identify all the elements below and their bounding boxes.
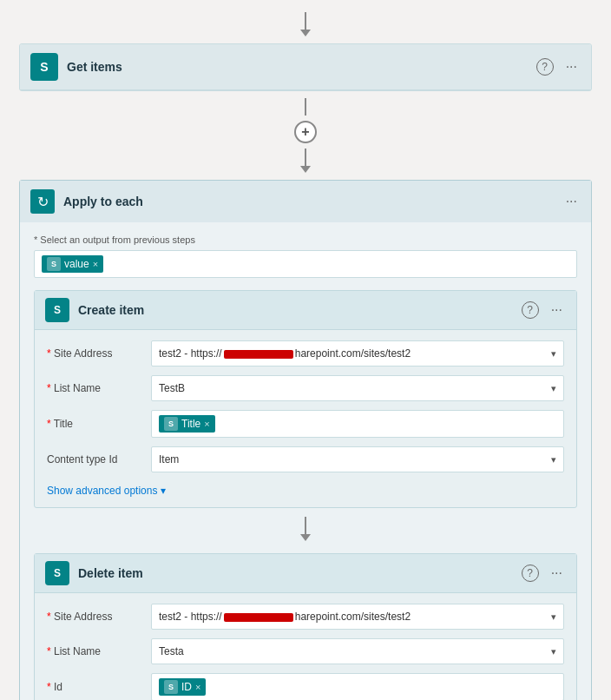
- list-name-input[interactable]: TestB ▾: [151, 375, 564, 401]
- id-token-label: ID: [181, 681, 192, 693]
- get-items-actions: ? ···: [536, 57, 581, 76]
- id-token-remove[interactable]: ×: [195, 682, 200, 692]
- title-input[interactable]: S Title ×: [151, 410, 564, 438]
- get-items-more-btn[interactable]: ···: [562, 57, 581, 76]
- title-token: S Title ×: [159, 415, 215, 433]
- content-type-row: Content type Id Item ▾: [47, 446, 564, 472]
- select-output-input[interactable]: S value ×: [34, 250, 577, 278]
- get-items-icon-letter: S: [40, 60, 48, 74]
- inner-arrow-line: [305, 517, 306, 534]
- apply-to-each-more-btn[interactable]: ···: [562, 192, 581, 211]
- get-items-card: S Get items ? ···: [19, 43, 592, 91]
- delete-list-name-dropdown-icon: ▾: [551, 646, 556, 657]
- site-address-redacted: [224, 350, 293, 359]
- show-advanced-label: Show advanced options: [47, 485, 157, 497]
- apply-to-each-body: * Select an output from previous steps S…: [20, 222, 591, 700]
- delete-id-row: * Id S ID ×: [47, 673, 564, 700]
- create-item-more-btn[interactable]: ···: [548, 300, 566, 320]
- apply-to-each-actions: ···: [562, 192, 581, 211]
- plus-button[interactable]: +: [294, 121, 317, 143]
- delete-site-address-row: * Site Address test2 - https://harepoint…: [47, 604, 564, 630]
- inner-arrow-head: [300, 534, 311, 541]
- delete-item-header: S Delete item ? ···: [35, 554, 576, 593]
- delete-site-address-value: test2 - https://harepoint.com/sites/test…: [159, 611, 546, 623]
- create-item-title: Create item: [78, 303, 522, 317]
- flow-container: S Get items ? ··· + ↻ Apply to each ···: [0, 0, 611, 700]
- create-item-help-btn[interactable]: ?: [522, 301, 539, 319]
- arrow-head: [300, 30, 311, 36]
- content-type-input[interactable]: Item ▾: [151, 446, 564, 472]
- title-row: * Title S Title ×: [47, 410, 564, 438]
- delete-site-address-redacted: [224, 613, 293, 622]
- get-items-help-btn[interactable]: ?: [536, 58, 554, 76]
- apply-to-each-card: ↻ Apply to each ··· * Select an output f…: [19, 180, 592, 700]
- site-address-label: * Site Address: [47, 347, 151, 360]
- delete-item-card: S Delete item ? ··· * Site Address: [34, 553, 577, 700]
- content-type-label: Content type Id: [47, 453, 151, 466]
- title-token-remove[interactable]: ×: [204, 419, 209, 429]
- delete-list-name-value: Testa: [159, 645, 546, 657]
- site-address-input[interactable]: test2 - https://harepoint.com/sites/test…: [151, 340, 564, 367]
- delete-item-title: Delete item: [78, 566, 522, 580]
- create-item-body: * Site Address test2 - https://harepoint…: [35, 330, 576, 507]
- value-token-icon: S: [47, 257, 61, 271]
- inner-arrow: [34, 517, 577, 541]
- show-advanced-btn[interactable]: Show advanced options ▾: [47, 485, 166, 497]
- content-type-value: Item: [159, 453, 546, 466]
- id-token-icon: S: [164, 680, 178, 694]
- delete-site-address-dropdown-icon: ▾: [551, 611, 556, 623]
- title-token-label: Title: [181, 418, 200, 430]
- id-token: S ID ×: [159, 678, 206, 696]
- apply-to-each-title: Apply to each: [63, 195, 562, 208]
- arrow-line-3: [305, 149, 306, 166]
- list-name-label: * List Name: [47, 382, 151, 394]
- create-item-actions: ? ···: [522, 300, 566, 320]
- delete-list-name-label: * List Name: [47, 645, 151, 657]
- get-items-title: Get items: [67, 60, 536, 74]
- delete-list-name-row: * List Name Testa ▾: [47, 638, 564, 664]
- value-token-label: value: [64, 258, 89, 270]
- delete-item-more-btn[interactable]: ···: [548, 564, 566, 583]
- delete-id-input[interactable]: S ID ×: [151, 673, 564, 700]
- apply-to-each-header: ↻ Apply to each ···: [20, 181, 591, 222]
- show-advanced-chevron: ▾: [161, 485, 166, 497]
- apply-to-each-icon: ↻: [30, 189, 55, 214]
- delete-site-address-label: * Site Address: [47, 611, 151, 623]
- title-label: * Title: [47, 418, 151, 430]
- create-item-icon: S: [45, 298, 69, 322]
- plus-arrow-top: [305, 98, 306, 116]
- create-item-card: S Create item ? ··· * Site Address: [34, 290, 577, 508]
- content-type-dropdown-icon: ▾: [551, 454, 556, 466]
- select-output-label: * Select an output from previous steps: [34, 234, 577, 245]
- value-token-remove[interactable]: ×: [93, 259, 98, 269]
- site-address-value: test2 - https://harepoint.com/sites/test…: [159, 347, 546, 360]
- title-token-icon: S: [164, 417, 178, 431]
- list-name-value: TestB: [159, 382, 546, 394]
- delete-site-address-input[interactable]: test2 - https://harepoint.com/sites/test…: [151, 604, 564, 630]
- delete-item-actions: ? ···: [522, 564, 566, 583]
- list-name-dropdown-icon: ▾: [551, 383, 556, 394]
- delete-item-icon: S: [45, 561, 69, 585]
- arrow-head-2: [300, 166, 311, 173]
- apply-icon-symbol: ↻: [37, 194, 49, 210]
- top-arrow: [300, 12, 311, 36]
- delete-id-label: * Id: [47, 681, 151, 693]
- arrow-line: [305, 12, 306, 30]
- arrow-line-2: [305, 98, 306, 116]
- get-items-icon: S: [30, 53, 58, 81]
- get-items-header: S Get items ? ···: [20, 44, 591, 90]
- site-address-dropdown-icon: ▾: [551, 348, 556, 360]
- list-name-row: * List Name TestB ▾: [47, 375, 564, 401]
- delete-item-help-btn[interactable]: ?: [522, 565, 539, 582]
- create-item-header: S Create item ? ···: [35, 291, 576, 330]
- delete-item-body: * Site Address test2 - https://harepoint…: [35, 593, 576, 700]
- plus-arrow-bottom: [300, 149, 311, 173]
- site-address-row: * Site Address test2 - https://harepoint…: [47, 340, 564, 367]
- delete-list-name-input[interactable]: Testa ▾: [151, 638, 564, 664]
- value-token: S value ×: [42, 255, 103, 273]
